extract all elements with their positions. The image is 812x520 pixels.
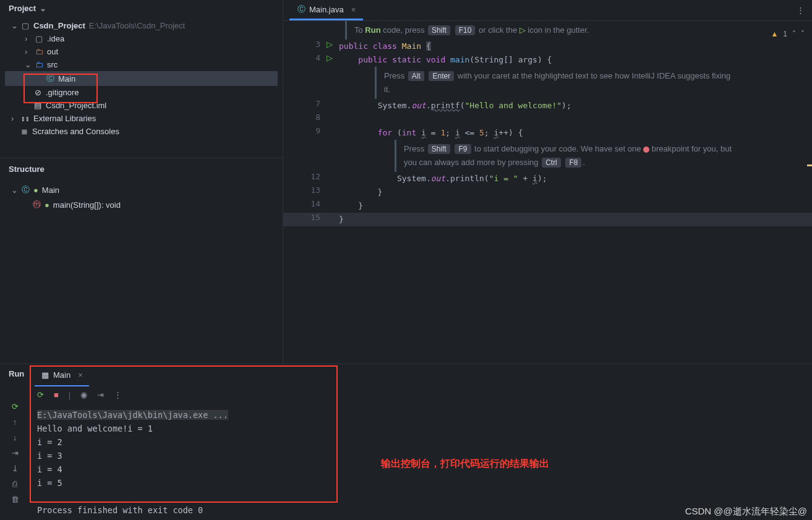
tree-item-label: .idea — [47, 34, 64, 43]
tree-item-label: src — [47, 60, 58, 69]
project-tree: ⌄ ▢ Csdn_Project E:\JavaTools\Csdn_Proje… — [0, 17, 283, 145]
tree-item-label: Main — [58, 74, 75, 83]
run-toolbar: ⟳ ■ | ◉ ⇥ ⋮ — [30, 386, 812, 403]
run-panel-title[interactable]: Run — [0, 364, 30, 378]
up-icon[interactable]: ↑ — [13, 417, 17, 427]
structure-class-name: Main — [42, 185, 59, 195]
delete-icon[interactable]: 🗑 — [11, 495, 19, 504]
down-icon[interactable]: ↓ — [13, 433, 17, 442]
run-tabs: ▦ Main × — [30, 364, 812, 386]
tree-item-label: Scratches and Consoles — [32, 127, 119, 136]
line-number: 8 — [283, 113, 327, 126]
tree-item-src[interactable]: ⌄ 🗀 src — [0, 58, 283, 71]
tree-item-idea[interactable]: › ▢ .idea — [0, 32, 283, 45]
editor-body[interactable]: To Run code, press Shift F10 or click th… — [283, 21, 812, 226]
more-icon[interactable]: ⋮ — [797, 6, 805, 15]
public-icon: ● — [33, 185, 38, 195]
structure-panel-header[interactable]: Structure — [0, 158, 283, 180]
hint-debug: Press Shift F9 to start debugging your c… — [395, 140, 741, 172]
project-panel-title: Project — [9, 4, 36, 13]
chevron-down-icon[interactable]: ⌄ — [25, 60, 31, 69]
structure-tree: ⌄ Ⓒ ● Main ⓜ ● main(String[]): void — [0, 180, 283, 215]
tree-item-scratches[interactable]: ≣ Scratches and Consoles — [0, 125, 283, 138]
project-root-name: Csdn_Project — [33, 21, 85, 30]
class-icon: Ⓒ — [297, 4, 306, 15]
tree-item-label: External Libraries — [33, 114, 96, 123]
folder-icon: 🗀 — [35, 47, 43, 56]
tab-main-java[interactable]: Ⓒ Main.java × — [289, 0, 363, 20]
scroll-icon[interactable]: ⤓ — [12, 464, 19, 473]
line-number: 14 — [283, 199, 327, 213]
tree-item-label: Csdn_Project.iml — [46, 101, 106, 110]
tree-item-label: .gitignore — [46, 88, 79, 97]
run-tab-label: Main — [53, 370, 71, 380]
file-icon: ▤ — [33, 101, 42, 110]
line-number: 13 — [283, 185, 327, 199]
line-number: 7 — [283, 99, 327, 113]
structure-panel-title: Structure — [9, 164, 45, 174]
more-icon[interactable]: ⋮ — [114, 390, 122, 399]
run-toolbar-left: ⟳ ↑ ↓ ⇥ ⤓ ⎙ 🗑 — [0, 378, 30, 504]
camera-icon[interactable]: ◉ — [80, 390, 87, 399]
rerun-icon[interactable]: ⟳ — [12, 402, 19, 411]
structure-method-name: main(String[]): void — [53, 200, 121, 210]
line-number: 3 — [283, 40, 327, 53]
method-icon: ⓜ — [32, 199, 41, 210]
tree-item-out[interactable]: › 🗀 out — [0, 45, 283, 58]
run-gutter-icon[interactable]: ▷ — [327, 40, 339, 53]
tree-item-label: out — [47, 47, 58, 56]
editor-marker — [807, 164, 812, 166]
exit-icon[interactable]: ⇥ — [97, 390, 104, 399]
close-tab-icon[interactable]: × — [351, 5, 356, 14]
structure-class[interactable]: ⌄ Ⓒ ● Main — [0, 182, 283, 197]
line-number: 15 — [283, 213, 327, 226]
project-root-path: E:\JavaTools\Csdn_Project — [89, 21, 185, 30]
run-gutter-icon[interactable]: ▷ — [327, 53, 339, 67]
tab-label: Main.java — [309, 5, 344, 14]
print-icon[interactable]: ⎙ — [12, 479, 17, 488]
chevron-down-icon[interactable]: ⌄ — [11, 185, 17, 195]
editor-tabs: Ⓒ Main.java × ⋮ — [283, 0, 812, 21]
soft-wrap-icon[interactable]: ⇥ — [12, 448, 19, 458]
stop-icon[interactable]: ■ — [54, 390, 59, 399]
class-icon: Ⓒ — [46, 73, 54, 84]
folder-icon: ▢ — [21, 21, 30, 30]
tree-item-gitignore[interactable]: ⊘ .gitignore — [0, 86, 283, 99]
scratches-icon: ≣ — [20, 127, 28, 136]
chevron-right-icon[interactable]: › — [11, 114, 17, 123]
chevron-right-icon[interactable]: › — [25, 47, 31, 56]
line-number: 4 — [283, 53, 327, 67]
public-icon: ● — [45, 200, 49, 210]
watermark: CSDN @@逝水流年轻染尘@ — [685, 506, 807, 518]
close-icon[interactable]: × — [78, 370, 83, 380]
structure-method[interactable]: ⓜ ● main(String[]): void — [0, 197, 283, 212]
line-number: 12 — [283, 172, 327, 185]
line-number: 9 — [283, 126, 327, 140]
source-folder-icon: 🗀 — [35, 60, 43, 69]
library-icon: ⫾⫾ — [21, 114, 30, 123]
tree-item-main-class[interactable]: Ⓒ Main — [5, 71, 278, 86]
chevron-down-icon: ⌄ — [40, 4, 46, 13]
hint-alt-enter: Press Alt Enter with your caret at the h… — [375, 67, 733, 99]
class-icon: Ⓒ — [21, 184, 30, 195]
tree-item-external-libs[interactable]: › ⫾⫾ External Libraries — [0, 112, 283, 125]
run-tab-main[interactable]: ▦ Main × — [35, 364, 89, 386]
project-panel-header[interactable]: Project ⌄ — [0, 0, 283, 17]
hint-run: To Run code, press Shift F10 or click th… — [345, 21, 812, 40]
tree-item-iml[interactable]: ▤ Csdn_Project.iml — [0, 99, 283, 112]
chevron-right-icon[interactable]: › — [25, 34, 31, 43]
annotation-text: 输出控制台，打印代码运行的结果输出 — [381, 458, 549, 471]
file-icon: ⊘ — [33, 88, 42, 97]
project-root[interactable]: ⌄ ▢ Csdn_Project E:\JavaTools\Csdn_Proje… — [0, 19, 283, 32]
chevron-down-icon[interactable]: ⌄ — [11, 21, 17, 30]
rerun-icon[interactable]: ⟳ — [37, 390, 44, 399]
folder-icon: ▢ — [35, 34, 43, 43]
app-icon: ▦ — [41, 370, 49, 380]
